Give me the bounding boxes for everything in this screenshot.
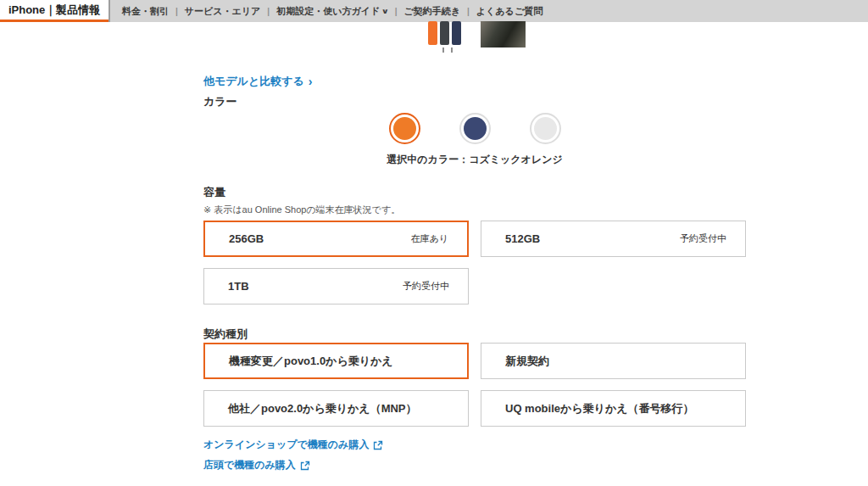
nav-item-faq[interactable]: よくあるご質問 xyxy=(470,5,549,18)
tab-iphone-product-info[interactable]: iPhone｜製品情報 xyxy=(0,0,108,22)
color-swatch-navy[interactable] xyxy=(459,113,491,144)
contract-options: 機種変更／povo1.0から乗りかえ 新規契約 他社／povo2.0から乗りかえ… xyxy=(203,343,746,427)
nav-item-pricing[interactable]: 料金・割引 xyxy=(115,5,175,18)
capacity-option-256gb[interactable]: 256GB 在庫あり xyxy=(203,221,469,257)
contract-option-mnp[interactable]: 他社／povo2.0から乗りかえ（MNP） xyxy=(203,390,469,427)
contract-option-new[interactable]: 新規契約 xyxy=(481,343,746,379)
external-link-icon xyxy=(373,440,383,450)
iphone-product-page: iPhone｜製品情報 料金・割引 | サービス・エリア | 初期設定・使い方ガ… xyxy=(0,0,868,486)
capacity-option-512gb[interactable]: 512GB 予約受付中 xyxy=(481,221,746,257)
color-swatch-fill xyxy=(534,117,557,140)
nav-item-setup-guide[interactable]: 初期設定・使い方ガイド ∨ xyxy=(270,5,395,18)
capacity-option-label: 1TB xyxy=(228,280,249,293)
stock-status-badge: 在庫あり xyxy=(410,232,448,245)
contract-option-label: 機種変更／povo1.0から乗りかえ xyxy=(229,354,393,369)
chevron-down-icon: ∨ xyxy=(381,8,389,15)
online-shop-device-only-link[interactable]: オンラインショップで機種のみ購入 xyxy=(203,438,383,452)
contract-section-title: 契約種別 xyxy=(203,327,248,342)
brand-label: iPhone｜製品情報 xyxy=(8,3,100,18)
capacity-section-title: 容量 xyxy=(203,185,225,200)
in-store-device-only-label: 店頭で機種のみ購入 xyxy=(203,458,296,472)
chevron-right-icon: › xyxy=(309,75,313,88)
capacity-option-label: 256GB xyxy=(229,232,264,245)
capacity-option-label: 512GB xyxy=(505,232,540,245)
stock-status-badge: 予約受付中 xyxy=(403,280,449,293)
thumbnail-phone-orange[interactable] xyxy=(428,21,437,45)
thumbnail-photo[interactable] xyxy=(481,21,526,47)
external-link-icon xyxy=(300,461,310,471)
contract-option-upgrade-povo1[interactable]: 機種変更／povo1.0から乗りかえ xyxy=(203,343,469,379)
nav-item-service-area[interactable]: サービス・エリア xyxy=(178,5,268,18)
top-nav: iPhone｜製品情報 料金・割引 | サービス・エリア | 初期設定・使い方ガ… xyxy=(0,0,868,22)
compare-models-link[interactable]: 他モデルと比較する › xyxy=(203,74,313,89)
contract-option-uq-mobile[interactable]: UQ mobileから乗りかえ（番号移行） xyxy=(481,390,746,427)
in-store-device-only-link[interactable]: 店頭で機種のみ購入 xyxy=(203,458,310,472)
thumbnail-mark xyxy=(451,47,453,53)
online-shop-device-only-label: オンラインショップで機種のみ購入 xyxy=(203,438,369,452)
thumbnail-phone-gray[interactable] xyxy=(440,21,449,45)
nav-item-contract-procedures[interactable]: ご契約手続き xyxy=(398,5,468,18)
color-swatch-fill xyxy=(393,117,416,140)
color-swatch-fill xyxy=(464,117,487,140)
capacity-options: 256GB 在庫あり 512GB 予約受付中 1TB 予約受付中 xyxy=(203,221,746,304)
color-swatch-silver[interactable] xyxy=(530,113,561,144)
contract-option-label: 新規契約 xyxy=(505,354,549,369)
nav-links: 料金・割引 | サービス・エリア | 初期設定・使い方ガイド ∨ | ご契約手続… xyxy=(110,0,549,22)
nav-item-label: 初期設定・使い方ガイド xyxy=(276,5,380,18)
selected-color-label: 選択中のカラー：コズミックオレンジ xyxy=(203,153,746,167)
capacity-option-1tb[interactable]: 1TB 予約受付中 xyxy=(203,268,469,304)
color-section-title: カラー xyxy=(203,94,237,109)
capacity-stock-note: ※ 表示はau Online Shopの端末在庫状況です。 xyxy=(203,204,400,216)
contract-option-label: UQ mobileから乗りかえ（番号移行） xyxy=(505,401,694,416)
thumbnail-mark xyxy=(442,47,444,53)
contract-option-label: 他社／povo2.0から乗りかえ（MNP） xyxy=(228,401,417,416)
color-swatch-cosmic-orange[interactable] xyxy=(389,113,420,144)
thumbnail-phone-navy[interactable] xyxy=(452,21,461,45)
color-swatch-row xyxy=(203,113,746,144)
compare-models-label: 他モデルと比較する xyxy=(203,74,304,89)
stock-status-badge: 予約受付中 xyxy=(680,232,726,245)
